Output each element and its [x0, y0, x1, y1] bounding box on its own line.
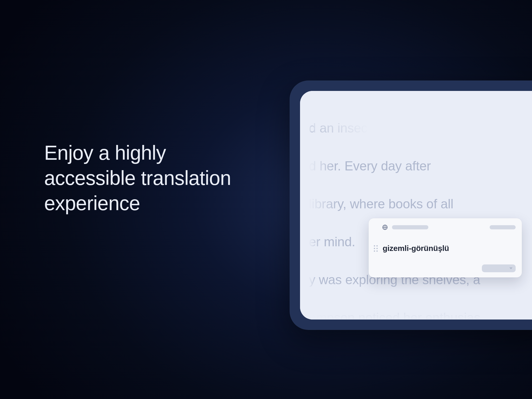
bg-frag: y: [309, 272, 319, 287]
drag-handle-icon[interactable]: [374, 245, 378, 252]
bg-frag: mind.: [324, 235, 355, 249]
bg-frag: library,: [309, 197, 346, 211]
bg-frag: d: [309, 119, 316, 138]
popup-body: gizemli-görünüşlü: [374, 244, 516, 253]
globe-translate-icon: [382, 224, 388, 231]
popup-source-language-placeholder[interactable]: [392, 225, 428, 229]
device-preview-frame: d an insect d her. Every day after libra…: [290, 81, 532, 330]
popup-action-button[interactable]: [482, 264, 516, 272]
bg-frag: noticed her enthusias: [355, 310, 480, 320]
bg-frag: Every day after: [341, 159, 431, 173]
translation-popup[interactable]: gizemli-görünüşlü: [369, 218, 522, 277]
device-screen: d an insect d her. Every day after libra…: [300, 91, 532, 320]
popup-header: [382, 224, 516, 231]
bg-frag: d her.: [309, 159, 341, 173]
bg-frag: an insect: [316, 121, 371, 135]
hero-headline: Enjoy a highly accessible translation ex…: [44, 140, 247, 216]
bg-frag: ompson: [309, 310, 355, 320]
popup-footer: [382, 264, 516, 272]
popup-target-language-placeholder[interactable]: [490, 225, 516, 229]
translation-result-text: gizemli-görünüşlü: [383, 244, 449, 253]
bg-frag: where books of all: [346, 197, 453, 211]
sample-paragraph: d an insect d her. Every day after libra…: [309, 100, 532, 320]
bg-frag: er: [309, 235, 324, 249]
